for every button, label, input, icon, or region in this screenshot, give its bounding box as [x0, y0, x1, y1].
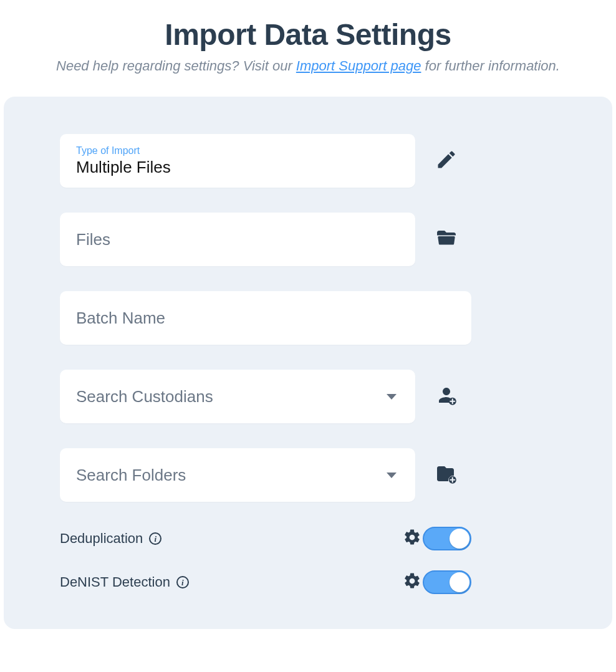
custodians-placeholder: Search Custodians: [76, 387, 213, 406]
denist-settings-button[interactable]: [402, 572, 423, 593]
add-folder-button[interactable]: [433, 461, 460, 489]
import-type-label: Type of Import: [76, 145, 399, 156]
help-text: Need help regarding settings? Visit our …: [12, 58, 604, 74]
import-support-link[interactable]: Import Support page: [296, 58, 421, 74]
folder-add-icon: [435, 463, 458, 487]
denist-toggle[interactable]: [423, 570, 471, 594]
gear-icon: [403, 528, 421, 549]
help-suffix: for further information.: [421, 58, 560, 74]
import-type-value: Multiple Files: [76, 158, 399, 177]
batch-name-input[interactable]: [76, 309, 455, 328]
browse-files-button[interactable]: [433, 226, 460, 253]
folders-select[interactable]: Search Folders: [60, 448, 415, 502]
page-header: Import Data Settings Need help regarding…: [0, 0, 616, 85]
info-icon[interactable]: i: [149, 532, 161, 545]
chevron-down-icon: [387, 394, 397, 400]
dedup-label: Deduplication: [60, 530, 143, 547]
custodians-select[interactable]: Search Custodians: [60, 370, 415, 423]
denist-label: DeNIST Detection: [60, 574, 170, 590]
dedup-settings-button[interactable]: [402, 528, 423, 549]
dedup-toggle[interactable]: [423, 527, 471, 550]
help-prefix: Need help regarding settings? Visit our: [56, 58, 296, 74]
gear-icon: [403, 572, 421, 593]
files-input[interactable]: [76, 230, 399, 249]
files-field[interactable]: [60, 213, 415, 266]
pencil-icon: [435, 148, 458, 173]
toggle-knob: [450, 529, 469, 549]
import-type-field[interactable]: Type of Import Multiple Files: [60, 134, 415, 188]
chevron-down-icon: [387, 473, 397, 478]
page-title: Import Data Settings: [12, 17, 604, 52]
person-add-icon: [435, 384, 458, 409]
folders-placeholder: Search Folders: [76, 466, 186, 485]
edit-import-type-button[interactable]: [433, 147, 460, 175]
add-custodian-button[interactable]: [433, 383, 460, 410]
settings-panel: Type of Import Multiple Files: [4, 97, 612, 629]
batch-name-field[interactable]: [60, 291, 471, 345]
folder-open-icon: [435, 227, 458, 252]
info-icon[interactable]: i: [176, 576, 189, 588]
toggle-knob: [450, 572, 469, 592]
